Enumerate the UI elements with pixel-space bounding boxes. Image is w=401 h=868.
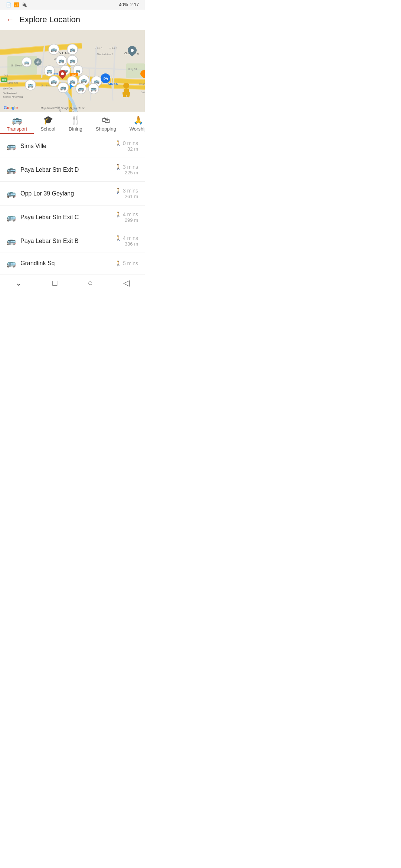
page-title: Explore Location <box>19 15 80 24</box>
walk-icon: 🚶 <box>115 260 121 266</box>
svg-text:🚌: 🚌 <box>78 86 84 92</box>
list-item-left: 🚌 Sims Ville <box>7 142 46 151</box>
svg-text:KINEX: KINEX <box>108 82 118 86</box>
transport-list: 🚌 Sims Ville 🚶 0 mins 32 m 🚌 Paya Lebar … <box>0 134 145 274</box>
map-view[interactable]: PIE Sims Ave Guillemard Rd Guillemard Rd… <box>0 30 145 112</box>
list-item-left: 🚌 Paya Lebar Stn Exit D <box>7 165 79 174</box>
list-item-left: 🚌 Paya Lebar Stn Exit B <box>7 237 79 246</box>
svg-point-63 <box>131 49 134 52</box>
list-item[interactable]: 🚌 Grandlink Sq 🚶 5 mins <box>0 253 145 274</box>
bus-stop-icon: 🚌 <box>7 213 16 222</box>
walk-dist: 299 m <box>125 217 138 223</box>
list-item-left: 🚌 Grandlink Sq <box>7 259 55 268</box>
walk-time: 3 mins <box>123 188 138 194</box>
dropdown-button[interactable]: ⌄ <box>15 278 22 288</box>
tab-shopping-label: Shopping <box>96 126 116 132</box>
walk-time: 5 mins <box>123 260 138 266</box>
tab-transport-label: Transport <box>7 126 27 132</box>
walk-time: 4 mins <box>123 235 138 241</box>
usb-icon: 🔌 <box>22 2 27 7</box>
svg-point-70 <box>123 83 129 89</box>
walk-row: 🚶 0 mins <box>115 140 138 146</box>
back-nav-button[interactable]: ◁ <box>123 278 130 288</box>
walk-time: 3 mins <box>123 164 138 170</box>
walk-icon: 🚶 <box>115 188 121 194</box>
time-label: 2:17 <box>130 2 139 7</box>
svg-text:Onan Rd: Onan Rd <box>139 83 145 85</box>
dining-icon: 🍴 <box>71 115 81 125</box>
list-item-right: 🚶 3 mins 225 m <box>115 164 138 175</box>
tab-worship-label: Worship <box>130 126 145 132</box>
walk-row: 🚶 5 mins <box>115 260 138 266</box>
back-button[interactable]: ← <box>6 15 14 24</box>
svg-text:🚌: 🚌 <box>58 57 65 64</box>
wifi-icon: 📶 <box>14 2 19 7</box>
list-item-right: 🚶 4 mins 336 m <box>115 235 138 247</box>
list-item-left: 🚌 Opp Lor 39 Geylang <box>7 189 74 198</box>
svg-text:🚌: 🚌 <box>51 46 57 53</box>
svg-text:s Rd 5: s Rd 5 <box>110 47 117 50</box>
svg-text:PIE: PIE <box>4 74 9 78</box>
place-name: Paya Lebar Stn Exit C <box>20 214 79 221</box>
recents-button[interactable]: ○ <box>88 278 93 288</box>
svg-text:🚌: 🚌 <box>69 57 76 64</box>
place-name: Opp Lor 39 Geylang <box>20 190 74 197</box>
doc-icon: 📄 <box>6 2 12 7</box>
worship-icon: 🙏 <box>133 115 143 125</box>
status-right: 40% 2:17 <box>119 2 139 7</box>
svg-text:🚌: 🚌 <box>46 68 53 74</box>
list-item[interactable]: 🚌 Opp Lor 39 Geylang 🚶 3 mins 261 m <box>0 182 145 206</box>
bus-stop-icon: 🚌 <box>7 142 16 151</box>
svg-text:🛍: 🛍 <box>103 76 108 81</box>
svg-text:Aliunied Ave 2: Aliunied Ave 2 <box>97 53 113 56</box>
home-button[interactable]: □ <box>52 278 57 288</box>
svg-text:Wen Dao: Wen Dao <box>3 87 13 90</box>
svg-text:🚌: 🚌 <box>24 60 29 65</box>
svg-text:Sims Ave: Sims Ave <box>7 82 18 84</box>
shopping-icon: 🛍 <box>102 115 110 125</box>
svg-text:🚌: 🚌 <box>69 78 76 85</box>
list-item-right: 🚶 3 mins 261 m <box>115 188 138 199</box>
battery-label: 40% <box>119 2 128 7</box>
bus-stop-icon: 🚌 <box>7 165 16 174</box>
bus-stop-icon: 🚌 <box>7 189 16 198</box>
svg-text:🚌: 🚌 <box>75 68 81 73</box>
svg-text:🚌: 🚌 <box>69 46 76 53</box>
header: ← Explore Location <box>0 10 145 30</box>
walk-dist: 225 m <box>125 170 138 175</box>
place-name: Paya Lebar Stn Exit D <box>20 167 79 173</box>
svg-text:🚌: 🚌 <box>91 86 97 92</box>
category-tabs: 🚌 Transport 🎓 School 🍴 Dining 🛍 Shopping… <box>0 112 145 134</box>
tab-dining[interactable]: 🍴 Dining <box>62 112 89 134</box>
walk-icon: 🚶 <box>115 235 121 241</box>
walk-icon: 🚶 <box>115 211 121 217</box>
tab-school[interactable]: 🎓 School <box>34 112 62 134</box>
walk-dist: 336 m <box>125 241 138 247</box>
list-item[interactable]: 🚌 Paya Lebar Stn Exit B 🚶 4 mins 336 m <box>0 229 145 253</box>
svg-text:Seafood At Geylang: Seafood At Geylang <box>3 96 23 98</box>
walk-dist: 32 m <box>127 146 138 152</box>
svg-text:Joo: Joo <box>141 91 145 93</box>
walk-row: 🚶 3 mins <box>115 188 138 194</box>
school-icon: 🎓 <box>43 115 53 125</box>
tab-worship[interactable]: 🙏 Worship <box>123 112 145 134</box>
walk-icon: 🚶 <box>115 164 121 170</box>
list-item[interactable]: 🚌 Sims Ville 🚶 0 mins 32 m <box>0 134 145 158</box>
list-item[interactable]: 🚌 Paya Lebar Stn Exit C 🚶 4 mins 299 m <box>0 206 145 229</box>
svg-text:🚌: 🚌 <box>51 78 57 85</box>
svg-text:Google: Google <box>4 105 18 110</box>
svg-text:EW9: EW9 <box>71 74 76 76</box>
svg-text:🚌: 🚌 <box>60 85 66 91</box>
place-name: Grandlink Sq <box>20 260 55 267</box>
svg-text:No Signboard: No Signboard <box>3 92 17 94</box>
svg-text:ॐ: ॐ <box>36 60 40 64</box>
tab-dining-label: Dining <box>69 126 82 132</box>
bus-stop-icon: 🚌 <box>7 237 16 246</box>
walk-row: 🚶 4 mins <box>115 211 138 217</box>
status-bar: 📄 📶 🔌 40% 2:17 <box>0 0 145 10</box>
list-item[interactable]: 🚌 Paya Lebar Stn Exit D 🚶 3 mins 225 m <box>0 158 145 182</box>
list-item-left: 🚌 Paya Lebar Stn Exit C <box>7 213 79 222</box>
tab-transport[interactable]: 🚌 Transport <box>0 112 34 134</box>
walk-row: 🚶 4 mins <box>115 235 138 241</box>
tab-shopping[interactable]: 🛍 Shopping <box>89 112 123 134</box>
